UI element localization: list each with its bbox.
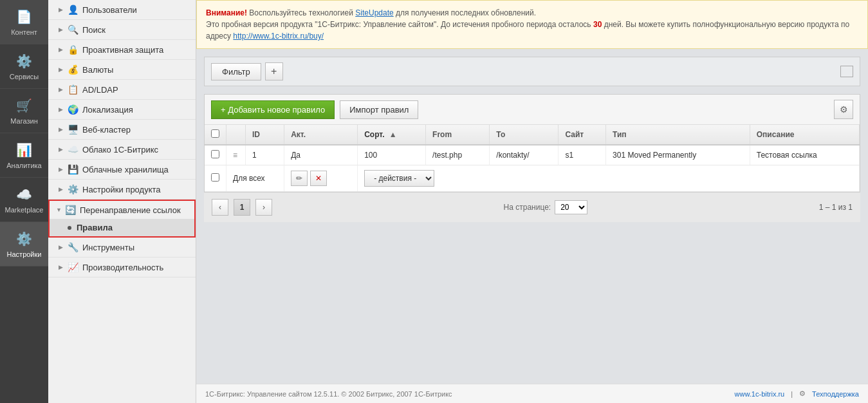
webcluster-icon: 🖥️ bbox=[67, 124, 78, 135]
content-area: Фильтр + + Добавить новое правило Импорт… bbox=[196, 49, 868, 384]
table-header-row: ID Акт. Сорт. ▲ From То bbox=[205, 125, 860, 145]
nav-item-proactive[interactable]: ▶ 🔒 Проактивная защита bbox=[48, 40, 196, 60]
nav-item-adldap[interactable]: ▶ 📋 AD/LDAP bbox=[48, 80, 196, 100]
actions-select[interactable]: - действия - bbox=[364, 170, 434, 187]
next-page-button[interactable]: › bbox=[255, 199, 272, 216]
techsupport-link[interactable]: Техподдержка bbox=[812, 390, 859, 398]
alert-title: Внимание! bbox=[206, 8, 247, 17]
delete-icon: ✕ bbox=[315, 174, 322, 183]
th-site[interactable]: Сайт bbox=[559, 125, 606, 145]
arrow-icon: ▶ bbox=[57, 46, 64, 53]
row-type-cell: 301 Moved Permanently bbox=[606, 145, 750, 165]
for-all-label: Для всех bbox=[233, 174, 265, 183]
days-count: 30 bbox=[593, 20, 602, 29]
nav-item-webcluster[interactable]: ▶ 🖥️ Веб-кластер bbox=[48, 120, 196, 140]
shop-icon: 🛒 bbox=[15, 97, 33, 115]
col-from-label: From bbox=[432, 130, 452, 139]
gear-button[interactable]: ⚙ bbox=[834, 100, 853, 119]
arrow-icon: ▶ bbox=[57, 146, 64, 153]
minimize-button[interactable] bbox=[840, 66, 853, 77]
nav-label-users: Пользователи bbox=[82, 5, 189, 15]
buy-link[interactable]: http://www.1c-bitrix.ru/buy/ bbox=[233, 32, 324, 41]
content-label: Контент bbox=[11, 28, 37, 36]
arrow-down-icon: ▼ bbox=[56, 207, 62, 213]
per-page-select[interactable]: 20 50 100 bbox=[555, 200, 587, 214]
th-from[interactable]: From bbox=[426, 125, 490, 145]
main-content: Внимание! Воспользуйтесь технологией Sit… bbox=[196, 0, 868, 403]
row-sort-cell: 100 bbox=[358, 145, 426, 165]
th-active[interactable]: Акт. bbox=[284, 125, 358, 145]
row-description-cell: Тестовая ссылка bbox=[750, 145, 859, 165]
page-1-button[interactable]: 1 bbox=[234, 199, 250, 216]
import-rules-button[interactable]: Импорт правил bbox=[340, 100, 418, 119]
nav-item-redirect[interactable]: ▼ 🔄 Перенаправление ссылок bbox=[50, 201, 194, 219]
analytics-icon: 📊 bbox=[15, 141, 33, 159]
action-checkbox[interactable] bbox=[211, 173, 219, 182]
sidebar-item-marketplace[interactable]: ☁️ Marketplace bbox=[0, 178, 48, 222]
sidebar-item-services[interactable]: ⚙️ Сервисы bbox=[0, 44, 48, 89]
alert-text1: Воспользуйтесь технологией bbox=[249, 8, 355, 17]
sidebar-item-shop[interactable]: 🛒 Магазин bbox=[0, 89, 48, 133]
search-icon: 🔍 bbox=[67, 24, 78, 35]
alert-text2: для получения последних обновлений. bbox=[396, 8, 536, 17]
adldap-icon: 📋 bbox=[67, 84, 78, 95]
row-menu-icon[interactable]: ≡ bbox=[233, 151, 237, 160]
action-edit-cell: ✏ ✕ bbox=[284, 165, 358, 192]
row-site: s1 bbox=[565, 151, 573, 160]
nav-label-cloudstorage: Облачные хранилища bbox=[82, 165, 189, 174]
filter-button[interactable]: Фильтр bbox=[211, 63, 261, 80]
siteupdate-link[interactable]: SiteUpdate bbox=[355, 8, 393, 17]
row-from: /test.php bbox=[432, 151, 462, 160]
nav-label-webcluster: Веб-кластер bbox=[82, 125, 189, 135]
delete-button[interactable]: ✕ bbox=[310, 171, 327, 186]
nav-item-productsettings[interactable]: ▶ ⚙️ Настройки продукта bbox=[48, 180, 196, 200]
row-description: Тестовая ссылка bbox=[757, 151, 817, 160]
th-type[interactable]: Тип bbox=[606, 125, 750, 145]
nav-item-tools[interactable]: ▶ 🔧 Инструменты bbox=[48, 238, 196, 258]
col-site-label: Сайт bbox=[565, 130, 584, 139]
nav-item-currency[interactable]: ▶ 💰 Валюты bbox=[48, 60, 196, 80]
gear-icon-footer: ⚙ bbox=[799, 389, 806, 398]
marketplace-icon: ☁️ bbox=[15, 185, 33, 203]
settings-icon: ⚙️ bbox=[15, 230, 33, 248]
nav-item-cloud1c[interactable]: ▶ ☁️ Облако 1С-Битрикс bbox=[48, 140, 196, 160]
row-id: 1 bbox=[252, 151, 257, 160]
arrow-icon: ▶ bbox=[57, 86, 64, 93]
content-icon: 📄 bbox=[15, 8, 33, 26]
tools-icon: 🔧 bbox=[67, 241, 78, 253]
row-checkbox[interactable] bbox=[211, 150, 219, 158]
row-id-cell: 1 bbox=[246, 145, 284, 165]
nav-label-adldap: AD/LDAP bbox=[82, 85, 189, 95]
th-sort[interactable]: Сорт. ▲ bbox=[358, 125, 426, 145]
arrow-icon: ▶ bbox=[57, 26, 64, 33]
add-rule-button[interactable]: + Добавить новое правило bbox=[211, 100, 335, 119]
th-id[interactable]: ID bbox=[246, 125, 284, 145]
nav-item-users[interactable]: ▶ 👤 Пользователи bbox=[48, 0, 196, 20]
prodsettings-icon: ⚙️ bbox=[67, 183, 78, 195]
sidebar-item-content[interactable]: 📄 Контент bbox=[0, 0, 48, 44]
support-link[interactable]: www.1c-bitrix.ru bbox=[735, 390, 785, 398]
arrow-icon: ▶ bbox=[57, 106, 64, 113]
sidebar-item-analytics[interactable]: 📊 Аналитика bbox=[0, 133, 48, 178]
row-active: Да bbox=[291, 151, 300, 160]
performance-icon: 📈 bbox=[67, 261, 78, 273]
nav-item-cloudstorage[interactable]: ▶ 💾 Облачные хранилища bbox=[48, 160, 196, 180]
nav-sidebar: ▶ 👤 Пользователи ▶ 🔍 Поиск ▶ 🔒 Проактивн… bbox=[48, 0, 196, 403]
nav-item-performance[interactable]: ▶ 📈 Производительность bbox=[48, 258, 196, 277]
row-active-cell: Да bbox=[284, 145, 358, 165]
add-filter-button[interactable]: + bbox=[265, 62, 283, 80]
nav-label-cloud1c: Облако 1С-Битрикс bbox=[82, 145, 189, 155]
prev-page-button[interactable]: ‹ bbox=[212, 199, 228, 216]
th-to[interactable]: То bbox=[490, 125, 559, 145]
currency-icon: 💰 bbox=[67, 64, 78, 75]
nav-item-search[interactable]: ▶ 🔍 Поиск bbox=[48, 20, 196, 40]
data-table: ID Акт. Сорт. ▲ From То bbox=[205, 125, 860, 192]
nav-item-rules[interactable]: Правила bbox=[50, 219, 194, 236]
select-all-checkbox[interactable] bbox=[211, 129, 219, 138]
edit-button[interactable]: ✏ bbox=[291, 171, 308, 186]
arrow-icon: ▶ bbox=[57, 244, 64, 250]
nav-item-localization[interactable]: ▶ 🌍 Локализация bbox=[48, 100, 196, 120]
sidebar-item-settings[interactable]: ⚙️ Настройки bbox=[0, 222, 48, 267]
pagination-bar: ‹ 1 › На странице: 20 50 100 1 – 1 из 1 bbox=[204, 192, 860, 222]
th-description[interactable]: Описание bbox=[750, 125, 859, 145]
